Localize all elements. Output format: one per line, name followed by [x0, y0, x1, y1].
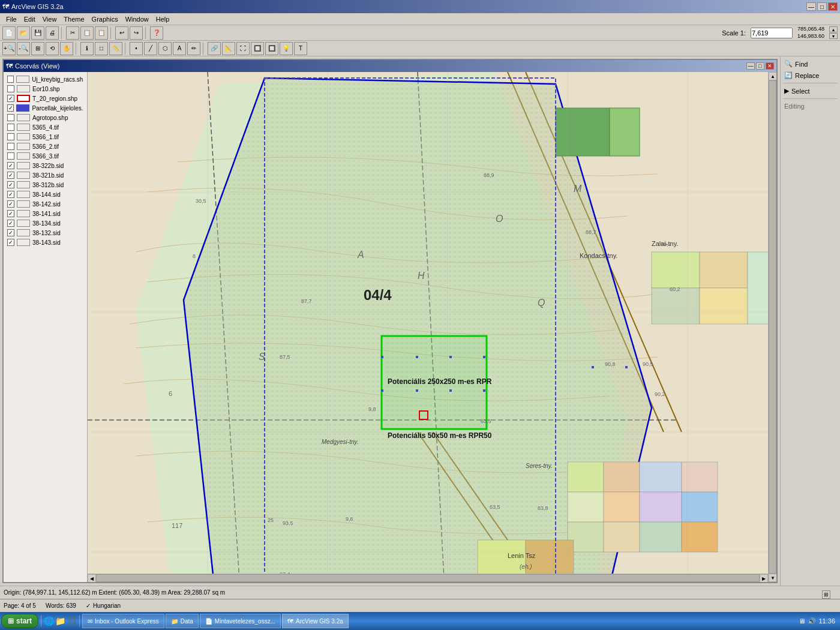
tool-draw-point[interactable]: • — [130, 42, 143, 55]
menu-edit[interactable]: Edit — [20, 15, 39, 23]
toolbar-cut[interactable]: ✂ — [66, 26, 79, 40]
tool-measure[interactable]: 📏 — [109, 42, 122, 55]
scroll-thumb-v[interactable] — [769, 80, 776, 574]
taskbar-mintavetelezes[interactable]: 📄 Mintavetelezes_ossz... — [200, 614, 281, 628]
scroll-right[interactable]: ▶ — [760, 574, 768, 582]
tool-extra3[interactable]: 🔲 — [265, 42, 278, 55]
legend-checkbox[interactable] — [7, 191, 14, 198]
legend-item[interactable]: 5366_2.tif — [4, 142, 87, 151]
toolbar-redo[interactable]: ↪ — [130, 26, 143, 40]
scale-input[interactable] — [751, 28, 793, 38]
legend-checkbox[interactable] — [7, 229, 14, 236]
quicklaunch-ie[interactable]: 🌐 — [44, 616, 54, 626]
toolbar-save[interactable]: 💾 — [31, 26, 44, 40]
legend-item[interactable]: T_20_region.shp — [4, 94, 87, 103]
legend-item[interactable]: 38-321b.sid — [4, 170, 87, 180]
scroll-up[interactable]: ▲ — [769, 72, 776, 80]
tool-zoom-prev[interactable]: ⟲ — [46, 42, 59, 55]
map-scrollbar-h[interactable]: ◀ ▶ — [88, 574, 768, 582]
legend-item[interactable]: Parcellak_kijeloles... — [4, 103, 87, 113]
coord-down[interactable]: ▼ — [829, 33, 838, 39]
toolbar-paste[interactable]: 📋 — [95, 26, 108, 40]
legend-item[interactable]: Eor10.shp — [4, 84, 87, 94]
scroll-down[interactable]: ▼ — [769, 574, 776, 582]
menu-theme[interactable]: Theme — [60, 15, 88, 23]
legend-item[interactable]: 38-143.sid — [4, 238, 87, 247]
tool-extra2[interactable]: 🔲 — [251, 42, 264, 55]
menu-help[interactable]: Help — [152, 15, 173, 23]
toolbar-open[interactable]: 📂 — [17, 26, 30, 40]
scroll-left[interactable]: ◀ — [88, 574, 96, 582]
quicklaunch-explorer[interactable]: 📁 — [55, 616, 65, 626]
tool-zoom-out[interactable]: -🔍 — [17, 42, 30, 55]
legend-item[interactable]: 38-134.sid — [4, 218, 87, 228]
taskbar-data[interactable]: 📁 Data — [166, 614, 199, 628]
legend-checkbox[interactable] — [7, 124, 14, 131]
legend-checkbox[interactable] — [7, 162, 14, 169]
tool-hotlink[interactable]: 🔗 — [208, 42, 221, 55]
legend-checkbox[interactable] — [7, 143, 14, 150]
legend-item[interactable]: 5365_4.tif — [4, 122, 87, 132]
tool-draw-polygon[interactable]: ⬡ — [158, 42, 172, 55]
legend-checkbox[interactable] — [7, 114, 14, 121]
map-canvas[interactable]: 04/4 Potenciális 250x250 m-es RPR Potenc… — [88, 72, 776, 582]
legend-checkbox[interactable] — [7, 133, 14, 140]
toolbar-print[interactable]: 🖨 — [46, 26, 59, 40]
tool-pan[interactable]: ✋ — [60, 42, 73, 55]
tool-extra1[interactable]: ⛶ — [236, 42, 250, 55]
legend-item[interactable]: 38-142.sid — [4, 199, 87, 209]
legend-checkbox[interactable] — [7, 200, 14, 208]
legend-item[interactable]: 5366_1.tif — [4, 132, 87, 142]
menu-graphics[interactable]: Graphics — [88, 15, 122, 23]
close-button[interactable]: ✕ — [828, 2, 838, 11]
legend-item[interactable]: 38-141.sid — [4, 209, 87, 218]
resize-handle[interactable]: ⊞ — [822, 590, 830, 599]
map-maximize[interactable]: □ — [756, 62, 764, 70]
tool-zoom-full[interactable]: ⊞ — [31, 42, 44, 55]
menu-view[interactable]: View — [39, 15, 61, 23]
toolbar-help[interactable]: ❓ — [150, 26, 163, 40]
map-scrollbar-v[interactable]: ▲ ▼ — [768, 72, 776, 582]
minimize-button[interactable]: — — [806, 2, 816, 11]
legend-item[interactable]: 38-132.sid — [4, 228, 87, 238]
start-button[interactable]: ⊞ start — [1, 614, 38, 628]
legend-checkbox[interactable] — [7, 152, 14, 160]
tool-select-feature[interactable]: □ — [95, 42, 108, 55]
legend-checkbox[interactable] — [7, 239, 14, 246]
legend-item[interactable]: 38-144.sid — [4, 190, 87, 199]
legend-checkbox[interactable] — [7, 220, 14, 227]
quicklaunch-media[interactable]: 🎵 — [67, 616, 77, 626]
legend-item[interactable]: Agrotopo.shp — [4, 113, 87, 122]
map-close[interactable]: ✕ — [766, 62, 774, 70]
menu-window[interactable]: Window — [122, 15, 152, 23]
legend-checkbox[interactable] — [7, 76, 14, 83]
menu-file[interactable]: File — [2, 15, 20, 23]
legend-item[interactable]: 5366_3.tif — [4, 151, 87, 161]
legend-checkbox[interactable] — [7, 210, 14, 217]
toolbar-new[interactable]: 📄 — [2, 26, 16, 40]
legend-checkbox[interactable] — [7, 181, 14, 188]
tool-extra4[interactable]: 💡 — [280, 42, 293, 55]
select-button[interactable]: ▶ Select — [781, 86, 840, 96]
toolbar-undo[interactable]: ↩ — [115, 26, 128, 40]
legend-checkbox[interactable] — [7, 85, 14, 92]
legend-item[interactable]: 38-312b.sid — [4, 180, 87, 190]
find-button[interactable]: 🔍 Find — [781, 59, 840, 69]
tool-zoom-in[interactable]: +🔍 — [2, 42, 16, 55]
toolbar-copy[interactable]: 📋 — [80, 26, 94, 40]
legend-checkbox[interactable] — [7, 95, 14, 102]
map-minimize[interactable]: — — [746, 62, 755, 70]
legend-checkbox[interactable] — [7, 104, 14, 112]
tool-text[interactable]: T — [294, 42, 307, 55]
tool-identify[interactable]: ℹ — [80, 42, 94, 55]
legend-item[interactable]: 38-322b.sid — [4, 161, 87, 170]
taskbar-arcview[interactable]: 🗺 ArcView GIS 3.2a — [282, 614, 349, 628]
legend-item[interactable]: Uj_kreybig_racs.sh... — [4, 74, 87, 84]
tool-find-distance[interactable]: 📐 — [222, 42, 235, 55]
coord-up[interactable]: ▲ — [829, 26, 838, 32]
tool-draw-line[interactable]: ╱ — [144, 42, 157, 55]
tool-label[interactable]: A — [173, 42, 186, 55]
maximize-button[interactable]: □ — [817, 2, 827, 11]
tool-edit[interactable]: ✏ — [187, 42, 200, 55]
scroll-thumb-h[interactable] — [96, 574, 760, 582]
